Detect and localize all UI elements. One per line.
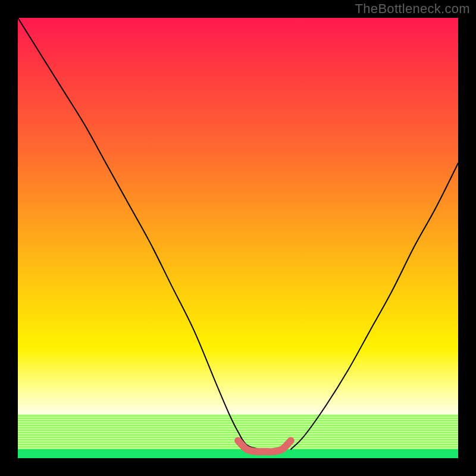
curve-valley-highlight: [238, 440, 291, 452]
plot-area: [18, 18, 458, 458]
curve-layer: [18, 18, 458, 458]
watermark-text: TheBottleneck.com: [355, 1, 470, 17]
curve-right: [291, 163, 458, 449]
chart-frame: TheBottleneck.com: [0, 0, 476, 476]
curve-left: [18, 18, 260, 449]
